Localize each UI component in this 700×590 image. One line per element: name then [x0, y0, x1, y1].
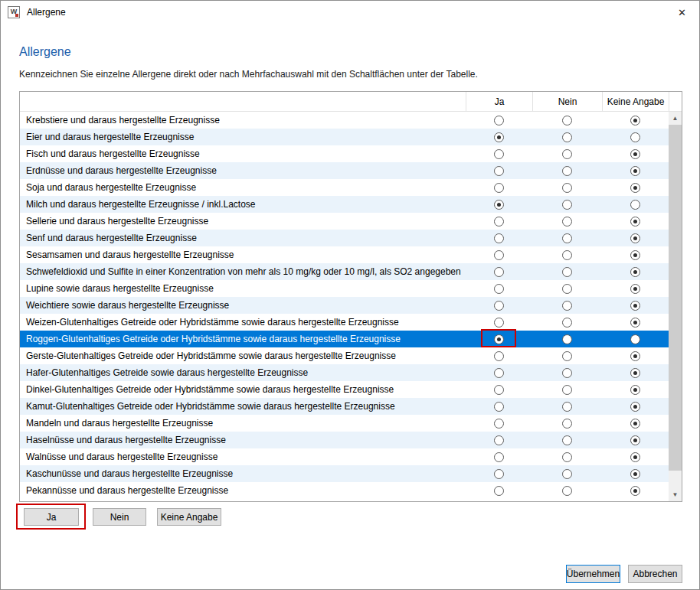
cancel-button[interactable]: Abbrechen [628, 565, 682, 583]
table-row[interactable]: Senf und daraus hergestellte Erzeugnisse [20, 230, 669, 246]
radio-nein[interactable] [562, 452, 572, 462]
table-row[interactable]: Fisch und daraus hergestellte Erzeugniss… [20, 145, 669, 162]
radio-ja[interactable] [494, 200, 504, 210]
vertical-scrollbar[interactable]: ▲ ▼ [669, 112, 682, 501]
radio-keine-angabe[interactable] [630, 233, 640, 243]
radio-nein[interactable] [562, 267, 572, 277]
radio-ja[interactable] [494, 267, 504, 277]
radio-ja[interactable] [494, 217, 504, 227]
radio-keine-angabe[interactable] [630, 469, 640, 479]
radio-keine-angabe[interactable] [630, 301, 640, 311]
radio-ja[interactable] [494, 166, 504, 176]
table-row[interactable]: Soja und daraus hergestellte Erzeugnisse [20, 179, 669, 196]
radio-nein[interactable] [562, 419, 572, 429]
bulk-nein-button[interactable]: Nein [93, 508, 146, 526]
radio-nein[interactable] [562, 301, 572, 311]
radio-nein[interactable] [562, 486, 572, 496]
radio-ja[interactable] [494, 318, 504, 328]
table-row[interactable]: Sesamsamen und daraus hergestellte Erzeu… [20, 246, 669, 263]
radio-ja[interactable] [494, 435, 504, 445]
apply-button[interactable]: Übernehmen [566, 565, 620, 583]
bulk-keine-angabe-button[interactable]: Keine Angabe [157, 508, 221, 526]
radio-nein[interactable] [562, 368, 572, 378]
table-row[interactable]: Erdnüsse und daraus hergestellte Erzeugn… [20, 162, 669, 179]
radio-keine-angabe[interactable] [630, 368, 640, 378]
table-row[interactable]: Haselnüsse und daraus hergestellte Erzeu… [20, 432, 669, 448]
radio-ja[interactable] [494, 368, 504, 378]
radio-nein[interactable] [562, 149, 572, 159]
radio-keine-angabe[interactable] [630, 402, 640, 412]
radio-nein[interactable] [562, 200, 572, 210]
radio-keine-angabe[interactable] [630, 116, 640, 125]
table-row[interactable]: Eier und daraus hergestellte Erzeugnisse [20, 129, 669, 145]
radio-ja[interactable] [494, 351, 504, 361]
table-row[interactable]: Gerste-Glutenhaltiges Getreide oder Hybr… [20, 347, 669, 364]
scroll-up-icon[interactable]: ▲ [669, 112, 682, 125]
radio-nein[interactable] [562, 351, 572, 361]
radio-keine-angabe[interactable] [630, 149, 640, 159]
radio-keine-angabe[interactable] [630, 435, 640, 445]
radio-nein[interactable] [562, 435, 572, 445]
radio-nein[interactable] [562, 334, 572, 344]
table-row[interactable]: Pekannüsse und daraus hergestellte Erzeu… [20, 482, 669, 499]
table-row[interactable]: Lupine sowie daraus hergestellte Erzeugn… [20, 280, 669, 297]
radio-ja[interactable] [494, 402, 504, 412]
radio-keine-angabe[interactable] [630, 385, 640, 395]
radio-nein[interactable] [562, 469, 572, 479]
table-row[interactable]: Walnüsse und daraus hergestellte Erzeugn… [20, 448, 669, 465]
radio-ja[interactable] [494, 486, 504, 496]
radio-ja[interactable] [494, 284, 504, 294]
radio-nein[interactable] [562, 318, 572, 328]
radio-ja[interactable] [494, 385, 504, 395]
radio-ja[interactable] [494, 301, 504, 311]
table-row[interactable]: Krebstiere und daraus hergestellte Erzeu… [20, 112, 669, 129]
table-row[interactable]: Sellerie und daraus hergestellte Erzeugn… [20, 213, 669, 230]
radio-nein[interactable] [562, 402, 572, 412]
table-row[interactable]: Schwefeldioxid und Sulfite in einer Konz… [20, 263, 669, 280]
table-row[interactable]: Milch und daraus hergestellte Erzeugniss… [20, 196, 669, 213]
radio-ja[interactable] [494, 149, 504, 159]
table-row[interactable]: Dinkel-Glutenhaltiges Getreide oder Hybr… [20, 381, 669, 398]
radio-keine-angabe[interactable] [630, 183, 640, 193]
radio-ja[interactable] [494, 233, 504, 243]
radio-nein[interactable] [562, 233, 572, 243]
radio-nein[interactable] [562, 217, 572, 227]
radio-ja[interactable] [494, 419, 504, 429]
radio-keine-angabe[interactable] [630, 452, 640, 462]
radio-ja[interactable] [494, 132, 504, 142]
scroll-down-icon[interactable]: ▼ [669, 488, 682, 501]
table-row[interactable]: Kaschunüsse und daraus hergestellte Erze… [20, 465, 669, 482]
radio-ja[interactable] [494, 469, 504, 479]
radio-nein[interactable] [562, 250, 572, 260]
radio-keine-angabe[interactable] [630, 318, 640, 328]
radio-nein[interactable] [562, 183, 572, 193]
radio-keine-angabe[interactable] [630, 217, 640, 227]
radio-ja[interactable] [494, 116, 504, 125]
radio-nein[interactable] [562, 385, 572, 395]
radio-keine-angabe[interactable] [630, 166, 640, 176]
table-row[interactable]: Hafer-Glutenhaltiges Getreide sowie dara… [20, 364, 669, 381]
bulk-ja-button[interactable]: Ja [24, 508, 79, 526]
radio-keine-angabe[interactable] [630, 250, 640, 260]
radio-keine-angabe[interactable] [630, 334, 640, 344]
table-row[interactable]: Mandeln und daraus hergestellte Erzeugni… [20, 415, 669, 432]
radio-nein[interactable] [562, 166, 572, 176]
radio-keine-angabe[interactable] [630, 267, 640, 277]
radio-keine-angabe[interactable] [630, 486, 640, 496]
radio-keine-angabe[interactable] [630, 419, 640, 429]
radio-nein[interactable] [562, 132, 572, 142]
radio-keine-angabe[interactable] [630, 200, 640, 210]
table-row[interactable]: Weizen-Glutenhaltiges Getreide oder Hybr… [20, 314, 669, 331]
radio-keine-angabe[interactable] [630, 132, 640, 142]
scrollbar-thumb[interactable] [669, 125, 682, 471]
radio-ja[interactable] [494, 452, 504, 462]
radio-ja[interactable] [494, 334, 504, 344]
radio-nein[interactable] [562, 284, 572, 294]
close-icon[interactable]: ✕ [665, 1, 699, 24]
radio-nein[interactable] [562, 116, 572, 125]
radio-keine-angabe[interactable] [630, 351, 640, 361]
radio-ja[interactable] [494, 183, 504, 193]
radio-ja[interactable] [494, 250, 504, 260]
table-row[interactable]: Weichtiere sowie daraus hergestellte Erz… [20, 297, 669, 314]
radio-keine-angabe[interactable] [630, 284, 640, 294]
